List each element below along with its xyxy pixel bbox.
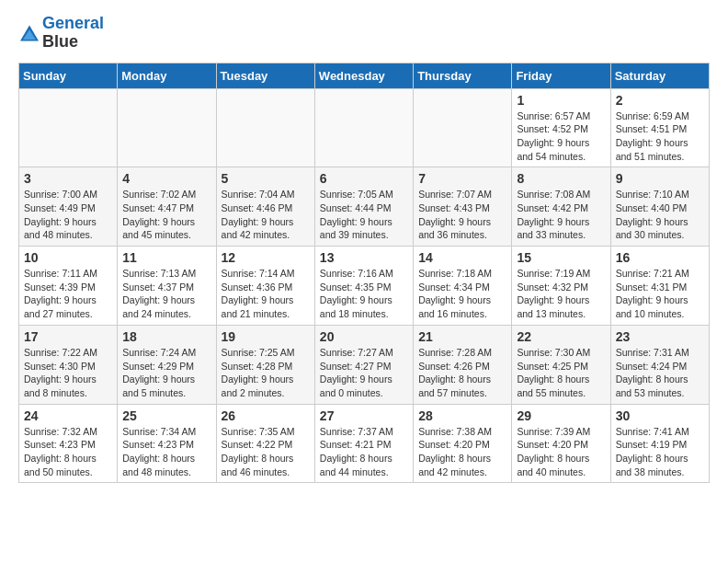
day-cell: 11Sunrise: 7:13 AM Sunset: 4:37 PM Dayli… [118,247,216,326]
day-cell: 8Sunrise: 7:08 AM Sunset: 4:42 PM Daylig… [512,167,610,247]
day-cell: 24Sunrise: 7:32 AM Sunset: 4:23 PM Dayli… [19,404,118,483]
day-number: 20 [320,329,408,344]
day-header-sunday: Sunday [19,63,118,88]
day-cell: 5Sunrise: 7:04 AM Sunset: 4:46 PM Daylig… [216,167,314,247]
day-cell: 3Sunrise: 7:00 AM Sunset: 4:49 PM Daylig… [19,167,118,247]
header-row: SundayMondayTuesdayWednesdayThursdayFrid… [19,63,710,88]
day-cell [414,88,512,167]
day-cell [216,88,314,167]
day-cell: 30Sunrise: 7:41 AM Sunset: 4:19 PM Dayli… [610,404,709,483]
day-info: Sunrise: 7:31 AM Sunset: 4:24 PM Dayligh… [616,346,704,400]
day-cell: 29Sunrise: 7:39 AM Sunset: 4:20 PM Dayli… [512,404,610,483]
day-number: 13 [320,250,408,265]
day-number: 4 [122,171,210,186]
day-cell: 23Sunrise: 7:31 AM Sunset: 4:24 PM Dayli… [610,325,709,404]
day-info: Sunrise: 7:30 AM Sunset: 4:25 PM Dayligh… [517,346,605,400]
header: General Blue [18,15,710,52]
day-cell: 17Sunrise: 7:22 AM Sunset: 4:30 PM Dayli… [19,325,118,404]
day-info: Sunrise: 7:07 AM Sunset: 4:43 PM Dayligh… [418,188,506,242]
day-number: 24 [24,408,112,423]
day-info: Sunrise: 7:16 AM Sunset: 4:35 PM Dayligh… [320,267,408,321]
day-number: 29 [517,408,605,423]
day-header-friday: Friday [512,63,610,88]
day-cell: 1Sunrise: 6:57 AM Sunset: 4:52 PM Daylig… [512,88,610,167]
page: General Blue SundayMondayTuesdayWednesda… [0,0,728,498]
day-info: Sunrise: 7:39 AM Sunset: 4:20 PM Dayligh… [517,425,605,479]
day-cell: 6Sunrise: 7:05 AM Sunset: 4:44 PM Daylig… [314,167,413,247]
day-cell: 4Sunrise: 7:02 AM Sunset: 4:47 PM Daylig… [118,167,216,247]
day-info: Sunrise: 7:10 AM Sunset: 4:40 PM Dayligh… [616,188,704,242]
day-header-thursday: Thursday [414,63,512,88]
day-number: 27 [320,408,408,423]
day-info: Sunrise: 7:32 AM Sunset: 4:23 PM Dayligh… [24,425,112,479]
day-cell: 12Sunrise: 7:14 AM Sunset: 4:36 PM Dayli… [216,247,314,326]
day-cell: 19Sunrise: 7:25 AM Sunset: 4:28 PM Dayli… [216,325,314,404]
day-number: 9 [616,171,704,186]
day-info: Sunrise: 7:24 AM Sunset: 4:29 PM Dayligh… [122,346,210,400]
day-number: 16 [616,250,704,265]
day-number: 12 [222,250,310,265]
day-info: Sunrise: 7:21 AM Sunset: 4:31 PM Dayligh… [616,267,704,321]
day-info: Sunrise: 7:34 AM Sunset: 4:23 PM Dayligh… [122,425,210,479]
day-info: Sunrise: 6:57 AM Sunset: 4:52 PM Dayligh… [517,109,605,164]
day-cell: 18Sunrise: 7:24 AM Sunset: 4:29 PM Dayli… [118,325,216,404]
week-row-3: 10Sunrise: 7:11 AM Sunset: 4:39 PM Dayli… [19,247,710,326]
day-info: Sunrise: 7:00 AM Sunset: 4:49 PM Dayligh… [24,188,112,242]
day-info: Sunrise: 7:38 AM Sunset: 4:20 PM Dayligh… [418,425,506,479]
day-cell: 2Sunrise: 6:59 AM Sunset: 4:51 PM Daylig… [610,88,709,167]
day-number: 26 [222,408,310,423]
day-info: Sunrise: 7:19 AM Sunset: 4:32 PM Dayligh… [517,267,605,321]
day-info: Sunrise: 7:05 AM Sunset: 4:44 PM Dayligh… [320,188,408,242]
day-info: Sunrise: 7:27 AM Sunset: 4:27 PM Dayligh… [320,346,408,400]
day-cell [314,88,413,167]
day-number: 8 [517,171,605,186]
day-number: 25 [122,408,210,423]
day-cell: 16Sunrise: 7:21 AM Sunset: 4:31 PM Dayli… [610,247,709,326]
day-info: Sunrise: 7:22 AM Sunset: 4:30 PM Dayligh… [24,346,112,400]
day-cell: 27Sunrise: 7:37 AM Sunset: 4:21 PM Dayli… [314,404,413,483]
calendar-table: SundayMondayTuesdayWednesdayThursdayFrid… [18,63,710,484]
day-cell: 9Sunrise: 7:10 AM Sunset: 4:40 PM Daylig… [610,167,709,247]
week-row-5: 24Sunrise: 7:32 AM Sunset: 4:23 PM Dayli… [19,404,710,483]
logo-icon [18,24,40,42]
week-row-2: 3Sunrise: 7:00 AM Sunset: 4:49 PM Daylig… [19,167,710,247]
day-cell [118,88,216,167]
day-number: 5 [222,171,310,186]
day-header-monday: Monday [118,63,216,88]
day-cell: 26Sunrise: 7:35 AM Sunset: 4:22 PM Dayli… [216,404,314,483]
day-info: Sunrise: 7:11 AM Sunset: 4:39 PM Dayligh… [24,267,112,321]
day-number: 19 [222,329,310,344]
day-info: Sunrise: 7:35 AM Sunset: 4:22 PM Dayligh… [222,425,310,479]
day-number: 21 [418,329,506,344]
day-info: Sunrise: 7:02 AM Sunset: 4:47 PM Dayligh… [122,188,210,242]
day-number: 30 [616,408,704,423]
day-number: 6 [320,171,408,186]
day-number: 11 [122,250,210,265]
day-header-wednesday: Wednesday [314,63,413,88]
day-cell: 10Sunrise: 7:11 AM Sunset: 4:39 PM Dayli… [19,247,118,326]
day-number: 2 [616,93,704,108]
day-cell: 28Sunrise: 7:38 AM Sunset: 4:20 PM Dayli… [414,404,512,483]
day-info: Sunrise: 7:28 AM Sunset: 4:26 PM Dayligh… [418,346,506,400]
day-cell: 21Sunrise: 7:28 AM Sunset: 4:26 PM Dayli… [414,325,512,404]
day-number: 14 [418,250,506,265]
day-info: Sunrise: 7:37 AM Sunset: 4:21 PM Dayligh… [320,425,408,479]
day-number: 22 [517,329,605,344]
day-number: 1 [517,93,605,108]
day-number: 15 [517,250,605,265]
day-number: 28 [418,408,506,423]
day-info: Sunrise: 7:13 AM Sunset: 4:37 PM Dayligh… [122,267,210,321]
day-header-saturday: Saturday [610,63,709,88]
day-number: 10 [24,250,112,265]
day-number: 17 [24,329,112,344]
day-info: Sunrise: 7:04 AM Sunset: 4:46 PM Dayligh… [222,188,310,242]
day-info: Sunrise: 7:18 AM Sunset: 4:34 PM Dayligh… [418,267,506,321]
day-cell: 14Sunrise: 7:18 AM Sunset: 4:34 PM Dayli… [414,247,512,326]
day-cell: 22Sunrise: 7:30 AM Sunset: 4:25 PM Dayli… [512,325,610,404]
day-cell [19,88,118,167]
day-number: 3 [24,171,112,186]
day-info: Sunrise: 7:41 AM Sunset: 4:19 PM Dayligh… [616,425,704,479]
logo-text: General Blue [42,15,104,52]
day-number: 7 [418,171,506,186]
day-number: 23 [616,329,704,344]
